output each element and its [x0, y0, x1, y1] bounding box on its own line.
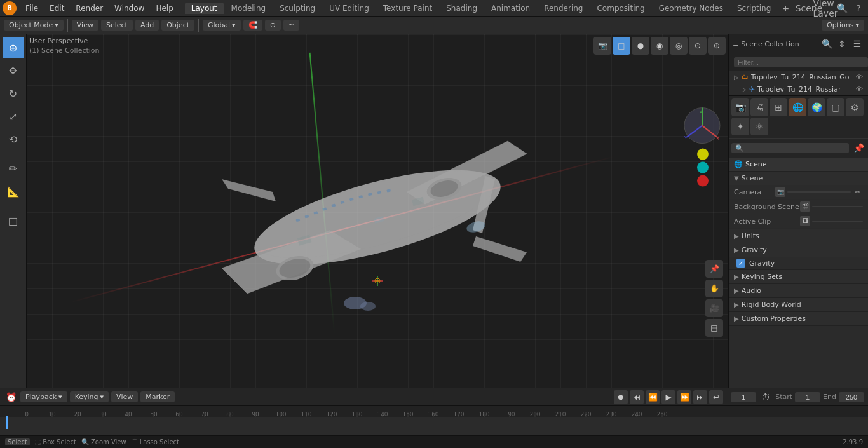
record-btn[interactable]: ⏺ — [614, 390, 628, 404]
view-menu[interactable]: View — [72, 20, 98, 31]
playhead[interactable] — [6, 416, 8, 429]
pin-btn[interactable]: 📌 — [705, 260, 723, 278]
tab-rendering[interactable]: Rendering — [538, 3, 589, 14]
menu-window[interactable]: Window — [109, 3, 149, 14]
add-menu[interactable]: Add — [135, 20, 159, 31]
outliner-filter-btn[interactable]: 🔍 — [820, 37, 834, 51]
properties-search-input[interactable] — [731, 143, 849, 153]
keying-btn[interactable]: Keying ▾ — [70, 391, 109, 402]
outliner-item-1[interactable]: ▷ ✈ Tupolev_Tu_214_Russiar 👁 — [729, 83, 868, 95]
snap-btn[interactable]: 🧲 — [243, 20, 262, 31]
prop-tab-render[interactable]: 📷 — [731, 98, 749, 116]
prop-pin-btn[interactable]: 📌 — [851, 141, 865, 155]
frame-end-input[interactable] — [839, 392, 864, 402]
search-btn[interactable]: 🔍 — [835, 1, 849, 15]
prop-tab-output[interactable]: 🖨 — [750, 98, 768, 116]
units-section-toggle[interactable]: ▶ Units — [729, 229, 868, 243]
marker-btn[interactable]: Marker — [140, 391, 175, 402]
audio-section-toggle[interactable]: ▶ Audio — [729, 284, 868, 297]
hand-tool-btn[interactable]: ✋ — [705, 280, 723, 297]
tab-scripting[interactable]: Scripting — [731, 3, 777, 14]
outliner-item-visibility-icon[interactable]: 👁 — [856, 85, 863, 93]
orb-teal[interactable] — [697, 162, 709, 173]
blender-logo[interactable]: B — [3, 1, 17, 15]
scale-tool[interactable]: ⤢ — [3, 105, 24, 127]
rotate-tool[interactable]: ↻ — [3, 83, 24, 104]
background-scene-value[interactable] — [812, 206, 863, 207]
step-forward-btn[interactable]: ⏩ — [677, 390, 691, 404]
menu-edit[interactable]: Edit — [44, 3, 69, 14]
tab-animation[interactable]: Animation — [485, 3, 536, 14]
prop-tab-world[interactable]: 🌍 — [808, 98, 825, 116]
prop-tab-scene[interactable]: 🌐 — [789, 98, 806, 116]
measure-tool[interactable]: 📐 — [3, 180, 24, 202]
prop-tab-physics[interactable]: ⚛ — [750, 118, 768, 135]
scene-section-toggle[interactable]: ▼ Scene — [729, 172, 868, 185]
graph-btn[interactable]: ~ — [283, 20, 299, 31]
view-layer-selector[interactable]: View Layer — [818, 1, 832, 15]
prop-tab-modifiers[interactable]: ⚙ — [846, 98, 864, 116]
jump-end-btn[interactable]: ⏭ — [693, 390, 707, 404]
gravity-checkbox[interactable]: ✓ — [736, 259, 745, 268]
camera-fly-btn[interactable]: 🎥 — [705, 299, 723, 317]
orb-yellow[interactable] — [697, 149, 709, 160]
add-workspace-btn[interactable]: + — [778, 1, 792, 15]
help-btn[interactable]: ? — [851, 1, 865, 15]
orb-red[interactable] — [697, 175, 709, 187]
custom-properties-toggle[interactable]: ▶ Custom Properties — [729, 312, 868, 325]
transform-tool[interactable]: ⟲ — [3, 128, 24, 150]
menu-render[interactable]: Render — [71, 3, 108, 14]
ruler-mark-190: 190 — [497, 411, 522, 417]
outliner-search-input[interactable] — [734, 57, 868, 67]
camera-edit-icon[interactable]: ✏ — [853, 187, 863, 197]
select-menu[interactable]: Select — [101, 20, 133, 31]
tab-modeling[interactable]: Modeling — [225, 3, 273, 14]
tab-shading[interactable]: Shading — [440, 3, 484, 14]
viewport[interactable]: User Perspective (1) Scene Collection 📷 … — [27, 34, 728, 388]
prop-tab-view-layer[interactable]: ⊞ — [770, 98, 787, 116]
menu-file[interactable]: File — [20, 3, 43, 14]
prop-tab-particles[interactable]: ✦ — [731, 118, 749, 135]
rigid-body-world-toggle[interactable]: ▶ Rigid Body World — [729, 298, 868, 311]
svg-text:X: X — [716, 136, 720, 142]
gravity-section-toggle[interactable]: ▶ Gravity — [729, 243, 868, 257]
gravity-section: ▶ Gravity ✓ Gravity — [729, 243, 868, 270]
tab-sculpting[interactable]: Sculpting — [273, 3, 322, 14]
viewport-extra-btn[interactable]: ▤ — [705, 319, 723, 337]
current-frame-input[interactable] — [731, 392, 756, 402]
active-clip-value[interactable] — [812, 221, 863, 222]
view-btn[interactable]: View — [111, 391, 138, 402]
timeline-track[interactable] — [5, 417, 863, 428]
outliner-options-btn[interactable]: ☰ — [850, 37, 864, 51]
tab-compositing[interactable]: Compositing — [590, 3, 651, 14]
frame-start-input[interactable] — [795, 392, 820, 402]
playback-btn[interactable]: Playback ▾ — [20, 391, 67, 402]
prop-tab-object[interactable]: ▢ — [827, 98, 844, 116]
tab-geometry-nodes[interactable]: Geometry Nodes — [653, 3, 729, 14]
object-menu[interactable]: Object — [161, 20, 194, 31]
move-tool[interactable]: ✥ — [3, 60, 24, 81]
step-back-btn[interactable]: ⏪ — [646, 390, 660, 404]
transform-selector[interactable]: Global ▾ — [203, 20, 241, 31]
timeline-menu-btn[interactable]: ⏰ — [4, 390, 18, 404]
top-menubar: B File Edit Render Window Help Layout Mo… — [0, 0, 868, 17]
outliner-sort-btn[interactable]: ↕ — [835, 37, 849, 51]
add-object-tool[interactable]: □ — [3, 210, 24, 231]
tab-layout[interactable]: Layout — [185, 3, 224, 14]
proportional-btn[interactable]: ⊙ — [265, 20, 281, 31]
camera-value[interactable] — [787, 191, 851, 193]
outliner-visibility-icon[interactable]: 👁 — [856, 73, 863, 81]
frame-rate-btn[interactable]: ⏱ — [759, 390, 773, 404]
keying-sets-toggle[interactable]: ▶ Keying Sets — [729, 270, 868, 283]
annotate-tool[interactable]: ✏ — [3, 158, 24, 179]
loop-btn[interactable]: ↩ — [709, 390, 723, 404]
tab-texture-paint[interactable]: Texture Paint — [377, 3, 438, 14]
cursor-tool[interactable]: ⊕ — [3, 37, 24, 58]
options-btn[interactable]: Options ▾ — [822, 20, 864, 31]
outliner-item-0[interactable]: ▷ 🗂 Tupolev_Tu_214_Russian_Go 👁 — [729, 71, 868, 83]
mode-selector[interactable]: Object Mode ▾ — [4, 20, 64, 31]
jump-start-btn[interactable]: ⏮ — [630, 390, 644, 404]
menu-help[interactable]: Help — [151, 3, 178, 14]
play-btn[interactable]: ▶ — [661, 390, 675, 404]
tab-uv-editing[interactable]: UV Editing — [323, 3, 376, 14]
